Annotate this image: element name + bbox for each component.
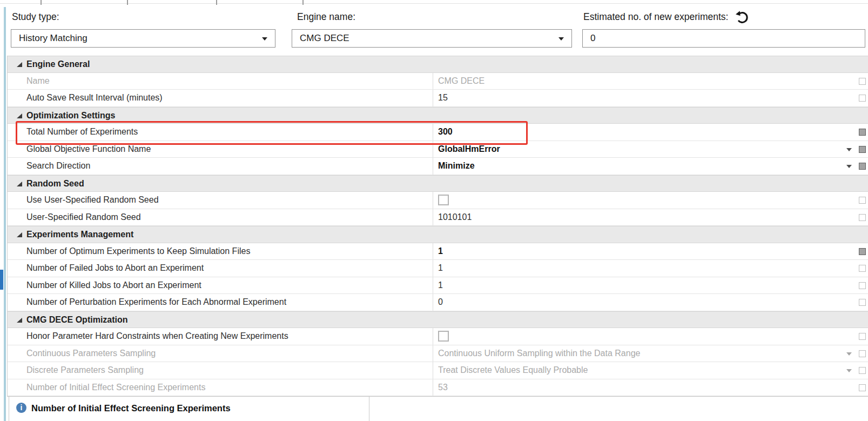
property-value: 15 [438, 90, 868, 106]
chevron-down-icon[interactable] [262, 37, 267, 41]
property-name: Global Objective Function Name [26, 141, 430, 157]
property-row[interactable]: Auto Save Result Interval (minutes)15 [8, 90, 868, 107]
collapse-triangle-icon[interactable] [17, 62, 22, 67]
property-name: Continuous Parameters Sampling [26, 345, 430, 362]
property-value: GlobalHmError [438, 141, 868, 157]
property-value: CMG DECE [438, 73, 868, 89]
property-row[interactable]: Global Objective Function NameGlobalHmEr… [8, 141, 868, 158]
property-name: Discrete Parameters Sampling [26, 362, 430, 378]
row-indicator-empty-square [859, 197, 866, 204]
property-name: Name [26, 73, 430, 89]
collapse-triangle-icon[interactable] [17, 113, 22, 118]
estimated-experiments-label: Estimated no. of new experiments: [583, 11, 728, 23]
collapse-triangle-icon[interactable] [17, 318, 22, 323]
property-value: 53 [438, 379, 868, 396]
row-indicator-empty-square [859, 384, 866, 391]
property-name: Number of Killed Jobs to Abort an Experi… [26, 277, 430, 293]
property-value: 0 [438, 294, 868, 310]
chevron-down-icon[interactable] [559, 37, 564, 41]
checkbox[interactable] [438, 331, 449, 342]
section-title: CMG DECE Optimization [26, 312, 128, 328]
section-header-row[interactable]: Random Seed [8, 175, 868, 192]
property-value-cell: 1010101 [433, 209, 868, 226]
collapse-triangle-icon[interactable] [17, 182, 22, 186]
study-type-value: History Matching [19, 30, 88, 47]
panel-left-accent [4, 7, 6, 421]
property-value-cell: Minimize [433, 158, 868, 175]
property-description-panel: i Number of Initial Effect Screening Exp… [9, 397, 369, 421]
toolbar-separator-tick [302, 0, 304, 5]
property-value-cell: 53 [433, 379, 868, 396]
estimated-experiments-value: 0 [590, 30, 595, 47]
engine-name-value: CMG DECE [300, 30, 349, 47]
property-value: Continuous Uniform Sampling within the D… [438, 345, 868, 362]
property-value-cell: GlobalHmError [433, 141, 868, 158]
row-indicator-empty-square [859, 350, 866, 357]
property-value-cell: CMG DECE [433, 73, 868, 90]
property-row[interactable]: Use User-Specified Random Seed [8, 192, 868, 209]
section-header-row[interactable]: Optimization Settings [8, 107, 868, 124]
chevron-down-icon[interactable] [846, 148, 852, 151]
property-value-cell: 1 [433, 243, 868, 260]
row-indicator-empty-square [859, 95, 866, 102]
property-name: Number of Failed Jobs to Abort an Experi… [26, 260, 430, 276]
property-row[interactable]: Number of Killed Jobs to Abort an Experi… [8, 277, 868, 295]
property-value-cell [433, 328, 868, 345]
property-row[interactable]: Number of Initial Effect Screening Exper… [8, 379, 868, 397]
collapse-triangle-icon[interactable] [17, 232, 22, 237]
section-header-row[interactable]: Engine General [8, 56, 868, 73]
section-title: Experiments Management [26, 226, 133, 243]
property-value: Minimize [438, 158, 868, 174]
property-row[interactable]: Honor Parameter Hard Constraints when Cr… [8, 328, 868, 345]
refresh-icon[interactable] [735, 10, 749, 25]
property-row[interactable]: Total Number of Experiments300 [8, 124, 868, 141]
section-title: Random Seed [26, 176, 84, 192]
toolbar-separator-tick [41, 0, 42, 5]
row-indicator-empty-square [859, 214, 866, 221]
engine-name-combobox[interactable]: CMG DECE [292, 29, 572, 48]
property-row[interactable]: Number of Optimum Experiments to Keep Si… [8, 243, 868, 260]
property-row[interactable]: Continuous Parameters SamplingContinuous… [8, 345, 868, 363]
property-value-cell: 1 [433, 277, 868, 294]
section-title: Engine General [26, 56, 90, 72]
selection-indicator-bar [0, 270, 3, 290]
property-value: 1010101 [438, 209, 868, 225]
row-indicator-empty-square [859, 299, 866, 306]
chevron-down-icon[interactable] [846, 352, 852, 356]
property-value: 1 [438, 277, 868, 293]
property-value-cell: 0 [433, 294, 868, 311]
property-name: User-Specified Random Seed [26, 209, 430, 225]
property-row[interactable]: Search DirectionMinimize [8, 158, 868, 175]
study-type-combobox[interactable]: History Matching [11, 29, 275, 48]
property-value-cell: 15 [433, 90, 868, 106]
chevron-down-icon[interactable] [846, 165, 852, 168]
property-name: Use User-Specified Random Seed [26, 192, 430, 208]
property-name: Honor Parameter Hard Constraints when Cr… [26, 328, 430, 344]
toolbar-separator-tick [216, 0, 217, 5]
estimated-experiments-input[interactable]: 0 [582, 29, 865, 48]
property-name: Auto Save Result Interval (minutes) [26, 90, 430, 106]
property-value-cell: Continuous Uniform Sampling within the D… [433, 345, 868, 362]
row-indicator-filled-square [859, 146, 866, 153]
row-indicator-empty-square [859, 282, 866, 289]
property-value-cell: 1 [433, 260, 868, 277]
section-header-row[interactable]: Experiments Management [8, 226, 868, 243]
property-row[interactable]: User-Specified Random Seed1010101 [8, 209, 868, 226]
row-indicator-empty-square [859, 78, 866, 85]
property-row[interactable]: Number of Failed Jobs to Abort an Experi… [8, 260, 868, 277]
info-icon: i [16, 403, 26, 413]
section-header-row[interactable]: CMG DECE Optimization [8, 311, 868, 329]
property-name: Number of Perturbation Experiments for E… [26, 294, 430, 310]
chevron-down-icon[interactable] [846, 369, 852, 372]
property-name: Number of Optimum Experiments to Keep Si… [26, 243, 430, 259]
toolbar-separator-tick [127, 0, 128, 5]
property-value-cell: Treat Discrete Values Equally Probable [433, 362, 868, 379]
engine-settings-panel: Study type: History Matching Engine name… [0, 0, 868, 421]
study-type-label: Study type: [12, 11, 59, 23]
property-value: 1 [438, 260, 868, 276]
property-row[interactable]: Discrete Parameters SamplingTreat Discre… [8, 362, 868, 379]
property-row[interactable]: NameCMG DECE [8, 73, 868, 90]
section-title: Optimization Settings [26, 108, 115, 124]
property-row[interactable]: Number of Perturbation Experiments for E… [8, 294, 868, 311]
checkbox[interactable] [438, 195, 449, 205]
